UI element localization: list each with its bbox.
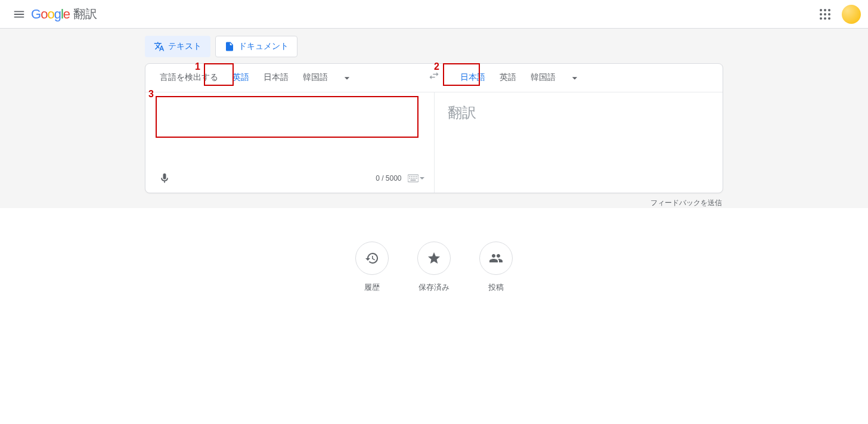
panes: 0 / 5000 翻訳 bbox=[145, 92, 723, 193]
source-lang-japanese[interactable]: 日本語 bbox=[256, 64, 296, 92]
feedback-link[interactable]: フィードバックを送信 bbox=[650, 199, 722, 207]
people-icon bbox=[489, 251, 503, 265]
saved-label: 保存済み bbox=[418, 282, 450, 293]
mode-tabs: テキスト ドキュメント bbox=[145, 36, 723, 57]
source-lang-korean[interactable]: 韓国語 bbox=[296, 64, 335, 92]
target-lang-japanese[interactable]: 日本語 bbox=[453, 64, 492, 92]
keyboard-button[interactable] bbox=[408, 172, 424, 184]
source-pane: 0 / 5000 bbox=[145, 92, 435, 193]
svg-rect-5 bbox=[416, 176, 417, 177]
tab-text[interactable]: テキスト bbox=[145, 36, 210, 57]
app-header: Google 翻訳 bbox=[0, 0, 868, 29]
document-icon bbox=[224, 41, 235, 52]
source-lang-side: 言語を検出する 英語 日本語 韓国語 bbox=[145, 64, 422, 92]
logo[interactable]: Google 翻訳 bbox=[31, 6, 97, 22]
translate-icon bbox=[154, 41, 165, 52]
contribute-button[interactable]: 投稿 bbox=[479, 242, 513, 293]
tab-text-label: テキスト bbox=[168, 41, 202, 52]
history-icon bbox=[365, 251, 379, 265]
apps-icon bbox=[820, 9, 830, 20]
toolbar-area: テキスト ドキュメント 言語を検出する 英語 日本語 韓国語 bbox=[0, 29, 868, 208]
mic-button[interactable] bbox=[155, 169, 174, 188]
chevron-down-icon bbox=[569, 72, 581, 84]
svg-rect-1 bbox=[409, 176, 410, 177]
apps-button[interactable] bbox=[813, 2, 837, 26]
target-lang-more[interactable] bbox=[563, 66, 587, 90]
mic-icon bbox=[159, 172, 170, 184]
svg-rect-11 bbox=[410, 179, 416, 181]
svg-rect-2 bbox=[411, 176, 412, 177]
target-lang-korean[interactable]: 韓国語 bbox=[523, 64, 563, 92]
svg-rect-3 bbox=[413, 176, 414, 177]
history-button[interactable]: 履歴 bbox=[355, 242, 389, 293]
svg-rect-8 bbox=[413, 178, 414, 179]
chevron-down-icon bbox=[341, 72, 353, 84]
source-lang-more[interactable] bbox=[335, 66, 359, 90]
contribute-label: 投稿 bbox=[488, 282, 504, 293]
svg-rect-7 bbox=[411, 178, 412, 179]
target-lang-english[interactable]: 英語 bbox=[492, 64, 523, 92]
source-textarea[interactable] bbox=[156, 100, 418, 168]
google-logo: Google bbox=[31, 7, 70, 22]
menu-button[interactable] bbox=[7, 2, 31, 26]
target-lang-side: 日本語 英語 韓国語 bbox=[446, 64, 723, 92]
swap-icon bbox=[428, 70, 440, 82]
keyboard-icon bbox=[408, 174, 418, 182]
app-title: 翻訳 bbox=[73, 6, 97, 22]
translate-card: 言語を検出する 英語 日本語 韓国語 日本語 英語 韓国語 bbox=[145, 63, 723, 193]
target-placeholder: 翻訳 bbox=[435, 92, 723, 133]
saved-button[interactable]: 保存済み bbox=[417, 242, 451, 293]
swap-languages-button[interactable] bbox=[422, 64, 446, 88]
svg-rect-10 bbox=[416, 178, 417, 179]
source-detect[interactable]: 言語を検出する bbox=[153, 64, 225, 92]
tab-document[interactable]: ドキュメント bbox=[215, 36, 297, 57]
language-bar: 言語を検出する 英語 日本語 韓国語 日本語 英語 韓国語 bbox=[145, 64, 723, 92]
svg-rect-6 bbox=[409, 178, 410, 179]
char-count: 0 / 5000 bbox=[376, 174, 401, 182]
tab-document-label: ドキュメント bbox=[238, 41, 289, 52]
svg-rect-9 bbox=[414, 178, 416, 179]
source-lang-english[interactable]: 英語 bbox=[225, 64, 256, 92]
avatar[interactable] bbox=[842, 5, 861, 24]
star-icon bbox=[427, 251, 441, 265]
chevron-down-icon bbox=[420, 177, 424, 179]
svg-rect-4 bbox=[414, 176, 416, 177]
history-label: 履歴 bbox=[364, 282, 380, 293]
target-pane: 翻訳 bbox=[435, 92, 723, 193]
bottom-actions: 履歴 保存済み 投稿 bbox=[0, 242, 868, 293]
